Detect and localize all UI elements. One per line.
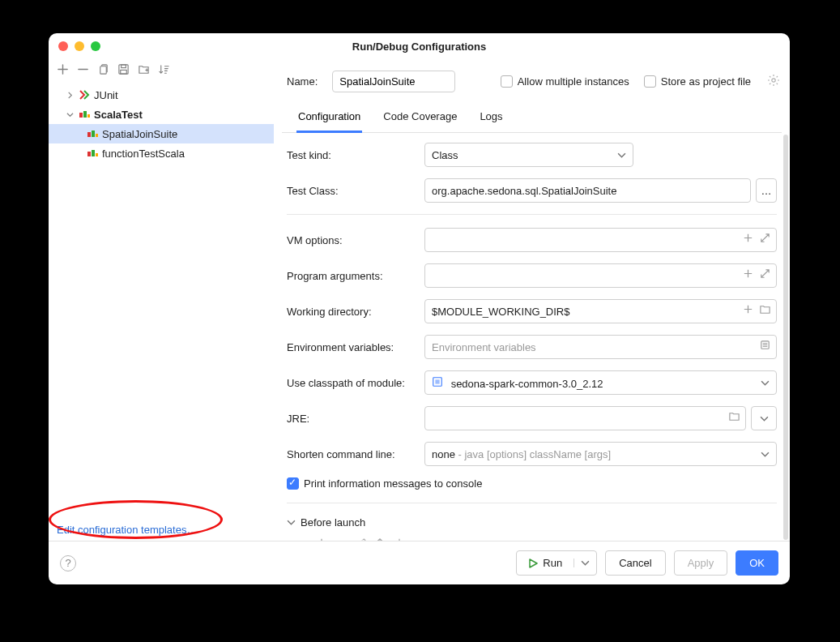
svg-point-13 (772, 79, 775, 82)
working-dir-input[interactable]: $MODULE_WORKING_DIR$ (424, 299, 777, 323)
run-button-label: Run (543, 557, 562, 569)
edit-templates-link[interactable]: Edit configuration templates… (49, 516, 274, 541)
minimize-window-icon[interactable] (75, 41, 84, 51)
vm-options-label: VM options: (287, 234, 424, 246)
tree-label: ScalaTest (94, 109, 143, 121)
checkbox-icon (501, 75, 513, 88)
shorten-none: none (432, 448, 455, 460)
close-window-icon[interactable] (58, 41, 68, 51)
jre-input[interactable] (424, 406, 746, 430)
bottombar: ? Run Cancel Apply OK (49, 541, 790, 584)
scalatest-icon (78, 108, 91, 121)
env-vars-label: Environment variables: (287, 341, 424, 353)
help-button[interactable]: ? (60, 555, 76, 571)
remove-config-icon[interactable] (77, 63, 89, 78)
store-project-checkbox[interactable]: Store as project file (644, 75, 751, 88)
run-button[interactable]: Run (516, 550, 597, 576)
svg-rect-16 (435, 379, 439, 383)
expand-field-icon[interactable] (759, 232, 771, 246)
apply-button[interactable]: Apply (674, 550, 728, 576)
expand-field-icon[interactable] (759, 268, 771, 282)
name-input[interactable] (332, 71, 455, 92)
run-dropdown[interactable] (574, 559, 596, 567)
name-label: Name: (287, 75, 318, 88)
jre-label: JRE: (287, 413, 424, 425)
svg-rect-2 (122, 65, 126, 68)
vm-options-input[interactable] (424, 228, 777, 252)
gear-icon[interactable] (767, 74, 780, 89)
edit-list-icon[interactable] (759, 339, 771, 353)
jre-dropdown-button[interactable] (751, 406, 777, 430)
cancel-button[interactable]: Cancel (605, 550, 665, 576)
svg-rect-7 (87, 132, 91, 137)
allow-multiple-checkbox[interactable]: Allow multiple instances (501, 75, 629, 88)
tree-item-functiontestscala[interactable]: functionTestScala (49, 143, 274, 163)
env-vars-input[interactable]: Environment variables (424, 335, 777, 359)
maximize-window-icon[interactable] (91, 41, 100, 51)
play-icon (528, 559, 538, 568)
chevron-down-icon (65, 109, 75, 119)
svg-rect-12 (96, 153, 98, 156)
print-messages-checkbox[interactable]: Print information messages to console (287, 477, 777, 490)
save-config-icon[interactable] (117, 63, 130, 78)
classpath-select[interactable]: sedona-spark-common-3.0_2.12 (424, 370, 777, 395)
main-pane: Name: Allow multiple instances Store as … (274, 59, 790, 541)
browse-folder-icon[interactable] (728, 410, 740, 425)
insert-macro-icon[interactable] (742, 303, 754, 318)
add-task-icon[interactable] (316, 537, 327, 541)
separator (287, 214, 777, 215)
move-up-icon[interactable] (374, 537, 386, 541)
svg-rect-8 (92, 131, 95, 137)
tree-item-junit[interactable]: JUnit (49, 85, 274, 105)
sort-config-icon[interactable] (158, 63, 170, 78)
ok-button[interactable]: OK (736, 550, 778, 576)
scalatest-icon (86, 147, 99, 160)
env-vars-placeholder: Environment variables (432, 341, 536, 353)
svg-rect-10 (87, 152, 91, 156)
checkbox-icon (644, 75, 656, 88)
test-class-input[interactable]: org.apache.sedona.sql.SpatialJoinSuite (424, 178, 751, 203)
svg-rect-5 (83, 111, 87, 118)
program-args-label: Program arguments: (287, 270, 424, 282)
svg-rect-3 (121, 70, 127, 74)
tab-configuration[interactable]: Configuration (296, 110, 362, 133)
before-launch-section[interactable]: Before launch (287, 516, 777, 529)
sidebar-toolbar (49, 59, 274, 82)
tab-logs[interactable]: Logs (478, 110, 504, 132)
copy-config-icon[interactable] (97, 63, 109, 78)
shorten-hint: - java [options] className [args] (455, 448, 611, 460)
tree-label: functionTestScala (102, 148, 185, 160)
add-config-icon[interactable] (57, 63, 69, 78)
tab-code-coverage[interactable]: Code Coverage (382, 110, 458, 132)
tree-label: JUnit (94, 89, 118, 101)
move-down-icon[interactable] (394, 537, 405, 541)
sidebar: JUnit ScalaTest SpatialJoinSuite functio… (49, 59, 274, 541)
browse-folder-icon[interactable] (759, 303, 771, 318)
titlebar: Run/Debug Configurations (49, 33, 790, 59)
test-kind-select[interactable]: Class (424, 143, 633, 167)
tree-label: SpatialJoinSuite (102, 128, 177, 140)
shorten-cmd-select[interactable]: none - java [options] className [args] (424, 442, 777, 466)
working-dir-value: $MODULE_WORKING_DIR$ (432, 306, 569, 318)
edit-task-icon[interactable] (355, 537, 366, 541)
tree-item-scalatest[interactable]: ScalaTest (49, 105, 274, 124)
name-row: Name: Allow multiple instances Store as … (274, 59, 790, 97)
working-dir-label: Working directory: (287, 306, 424, 318)
test-kind-label: Test kind: (287, 149, 424, 161)
svg-rect-4 (79, 113, 83, 118)
classpath-value: sedona-spark-common-3.0_2.12 (451, 378, 603, 390)
test-kind-value: Class (432, 149, 458, 161)
scrollbar[interactable] (783, 135, 788, 540)
module-icon (432, 376, 443, 387)
insert-macro-icon[interactable] (742, 268, 754, 282)
dialog-body: JUnit ScalaTest SpatialJoinSuite functio… (49, 59, 790, 541)
folder-config-icon[interactable] (138, 63, 150, 78)
allow-multiple-label: Allow multiple instances (518, 75, 629, 88)
remove-task-icon[interactable] (335, 537, 347, 541)
program-args-input[interactable] (424, 263, 777, 288)
browse-class-button[interactable]: … (756, 178, 777, 203)
insert-macro-icon[interactable] (742, 232, 754, 246)
tree-item-spatialjoinsuite[interactable]: SpatialJoinSuite (49, 124, 274, 143)
store-project-label: Store as project file (661, 75, 751, 88)
before-launch-label: Before launch (301, 516, 365, 529)
